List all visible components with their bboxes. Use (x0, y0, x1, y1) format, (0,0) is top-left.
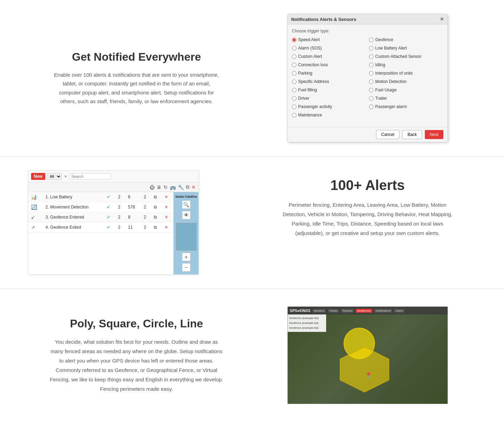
table-row: 🔄 2. Movement Detection ✔ 2 578 2 ⧉ ✕ (28, 202, 173, 212)
close-all-icon[interactable]: ✕ (191, 184, 196, 190)
back-button[interactable]: Back (402, 130, 422, 139)
alert-name-cell: 2. Movement Detection (43, 202, 104, 212)
delete-cell[interactable]: ✕ (162, 192, 173, 202)
delete-cell[interactable]: ✕ (162, 212, 173, 222)
sidebar-row-3: Geofence (example list) (289, 326, 325, 330)
table-row: 📊 1. Low Battery ✔ 2 6 2 ⧉ ✕ (28, 192, 173, 202)
notifications-tab[interactable]: Notifications (374, 309, 392, 313)
reports-tab[interactable]: Reports (341, 309, 354, 313)
copy-cell[interactable]: ⧉ (151, 192, 162, 202)
section1-modal-image: Notifications Alerts & Sensors ✕ Choose … (259, 14, 476, 142)
radio-driver[interactable]: Driver (292, 95, 366, 102)
geofence-map: GPS●KINGS Monitors Tracks Reports Geofen… (287, 306, 448, 404)
radio-custom-attached-sensor[interactable]: Custom Attached Sensor (369, 53, 443, 60)
cancel-button[interactable]: Cancel (376, 130, 399, 139)
geo-toolbar: GPS●KINGS Monitors Tracks Reports Geofen… (288, 307, 447, 314)
monitor-icon[interactable]: 🖥 (157, 184, 161, 190)
check-icon: ✔ (107, 205, 110, 210)
radio-motion-detection[interactable]: Motion Detection (369, 78, 443, 85)
radio-maintenance[interactable]: Maintenance (292, 112, 366, 119)
val3-cell: 2 (141, 222, 151, 233)
tracks-tab[interactable]: Tracks (328, 309, 339, 313)
geofence-hexagon (337, 345, 392, 394)
delete-cell[interactable]: ✕ (162, 222, 173, 233)
chart-icon: 📊 (31, 194, 37, 200)
val3-cell: 2 (141, 192, 151, 202)
alert-name-cell: 1. Low Battery (43, 192, 104, 202)
copy-cell[interactable]: ⧉ (151, 202, 162, 212)
zoom-in-button[interactable]: + (182, 253, 190, 261)
check-icon: ✔ (107, 195, 110, 199)
delete-icon: ✕ (165, 215, 168, 220)
power-icon[interactable]: ⏻ (150, 184, 155, 190)
delete-cell[interactable]: ✕ (162, 202, 173, 212)
radio-fuel-filling[interactable]: Fuel filling (292, 86, 366, 93)
table-row: ↗ 4. Geofence Exited ✔ 2 11 2 ⧉ ✕ (28, 222, 173, 233)
alert-name-cell: 4. Geofence Exited (43, 222, 104, 233)
radio-speed-alert[interactable]: Speed Alert (292, 36, 366, 43)
alert-icon-cell: ↗ (28, 222, 43, 233)
zoom-out-button[interactable]: − (182, 263, 190, 272)
copy-row-icon: ⧉ (154, 205, 157, 210)
section2-panel-image: New All ▼ ⏻ 🖥 ↻ 🚌 🔧 ⧉ ✕ (28, 170, 245, 275)
radio-interposition[interactable]: Interposition of units (369, 70, 443, 77)
alerts-panel: New All ▼ ⏻ 🖥 ↻ 🚌 🔧 ⧉ ✕ (28, 170, 199, 275)
geofence-exit-icon: ↗ (31, 225, 35, 230)
radio-custom-alert[interactable]: Custom Alert (292, 53, 366, 60)
radio-specific-address[interactable]: Specific Address (292, 78, 366, 85)
new-alert-button[interactable]: New (31, 173, 45, 180)
mini-map (176, 223, 197, 251)
section3-description: You decide, what solution fits best for … (49, 337, 224, 394)
radio-connection-loss[interactable]: Connection loss (292, 61, 366, 68)
sidebar-row-2: Geofence (example list) (289, 321, 325, 326)
copy-row-icon: ⧉ (154, 215, 157, 220)
next-button[interactable]: Next (425, 130, 443, 139)
movement-icon: 🔄 (31, 204, 37, 210)
eye-icon[interactable]: 👁 (182, 211, 190, 219)
radio-idling[interactable]: Idling (369, 61, 443, 68)
modal-close-icon[interactable]: ✕ (440, 16, 444, 22)
section-alerts: New All ▼ ⏻ 🖥 ↻ 🚌 🔧 ⧉ ✕ (0, 157, 504, 289)
modal-body: Choose trigger type: Speed Alert Geofenc… (288, 24, 447, 127)
radio-passenger-alarm[interactable]: Passenger alarm (369, 103, 443, 110)
section2-description: Perimeter fencing, Entering Area, Leavin… (280, 200, 455, 238)
search-input[interactable] (69, 173, 111, 180)
delete-icon: ✕ (165, 225, 168, 230)
alerts-toolbar: New All ▼ (28, 171, 198, 182)
radio-grid: Speed Alert Geofence Alarm (SOS) Low Bat… (292, 36, 443, 119)
copy-cell[interactable]: ⧉ (151, 212, 162, 222)
filter-select[interactable]: All (47, 173, 62, 180)
radio-trailer[interactable]: Trailer (369, 95, 443, 102)
check-cell: ✔ (104, 222, 115, 233)
radio-parking[interactable]: Parking (292, 70, 366, 77)
search-map-button[interactable]: 🔍 (182, 200, 190, 209)
geofences-tab[interactable]: Geofences (356, 309, 372, 313)
radio-low-battery-alert[interactable]: Low Battery Alert (369, 45, 443, 52)
section1-text-block: Get Notified Everywhere Enable over 100 … (28, 51, 245, 106)
tool-icon[interactable]: 🔧 (178, 184, 184, 190)
radio-passenger-activity[interactable]: Passenger activity (292, 103, 366, 110)
copy-cell[interactable]: ⧉ (151, 222, 162, 233)
monitors-tab[interactable]: Monitors (313, 309, 326, 313)
alert-list: 📊 1. Low Battery ✔ 2 6 2 ⧉ ✕ (28, 192, 173, 274)
radio-alarm-sos[interactable]: Alarm (SOS) (292, 45, 366, 52)
section3-heading: Poly, Square, Circle, Line (28, 317, 245, 330)
section3-text-block: Poly, Square, Circle, Line You decide, w… (28, 317, 245, 394)
val3-cell: 2 (141, 212, 151, 222)
check-cell: ✔ (104, 192, 115, 202)
refresh-icon[interactable]: ↻ (164, 184, 168, 190)
modal-footer: Cancel Back Next (288, 127, 447, 142)
section3-map-image: GPS●KINGS Monitors Tracks Reports Geofen… (259, 306, 476, 404)
val2-cell: 578 (125, 202, 141, 212)
val1-cell: 2 (115, 202, 125, 212)
radio-geofence[interactable]: Geofence (369, 36, 443, 43)
alert-icon-cell: 📊 (28, 192, 43, 202)
copy-icon[interactable]: ⧉ (186, 184, 189, 190)
radio-fuel-usage[interactable]: Fuel Usage (369, 86, 443, 93)
val1-cell: 2 (115, 212, 125, 222)
users-tab[interactable]: Users (394, 309, 404, 313)
truck-icon[interactable]: 🚌 (170, 184, 176, 190)
map-pin-icon: 📍 (364, 372, 372, 379)
radio-empty (369, 112, 443, 119)
val2-cell: 6 (125, 192, 141, 202)
